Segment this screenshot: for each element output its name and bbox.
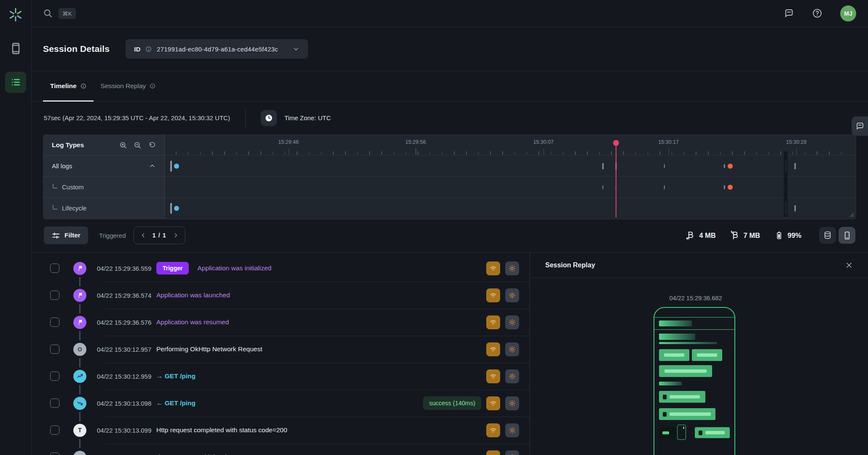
log-row[interactable]: T04/22 15:30:13.099Http request complete… [31,417,530,444]
log-row-checkbox[interactable] [50,291,59,300]
replay-title: Session Replay [545,261,595,269]
network-details-button[interactable] [486,369,500,383]
log-row[interactable]: 04/22 15:30:12.957Performing OkHttp Netw… [31,336,530,363]
network-details-button[interactable] [486,288,500,302]
replay-header: Session Replay [530,253,868,278]
log-connector-line [79,304,80,313]
log-row-checkbox[interactable] [50,345,59,354]
network-details-button[interactable] [486,396,500,410]
timeline-marker-tick-md [794,163,796,169]
replay-wire-field [659,391,705,403]
log-row-checkbox[interactable] [50,264,59,273]
log-row[interactable]: 04/22 15:30:12.959→ GET /ping [31,363,530,390]
reset-zoom-icon[interactable] [148,141,156,149]
sidebar-item-session-logs[interactable] [5,72,26,93]
log-row-checkbox[interactable] [50,398,59,408]
axis-minor-tick [635,151,636,155]
axis-minor-tick [769,151,769,155]
support-chat-tab[interactable] [852,116,868,136]
chevron-left-icon[interactable] [140,232,147,239]
log-type-row-custom[interactable]: Custom [43,176,164,197]
log-row-checkbox[interactable] [50,425,59,435]
axis-minor-tick [538,151,539,155]
network-details-button[interactable] [486,261,500,275]
tab-timeline[interactable]: Timeline [43,71,94,101]
log-message: Application was resumed [156,318,229,326]
log-properties-button[interactable] [505,369,519,383]
wifi-icon [489,399,497,407]
network-details-button[interactable] [486,315,500,329]
brand-logo-icon[interactable] [8,7,24,23]
log-type-row-lifecycle[interactable]: Lifecycle [43,197,164,218]
resize-handle-icon[interactable] [849,212,854,217]
axis-tick-label: 15:30:17 [658,139,679,145]
axis-minor-tick [696,151,697,155]
log-row-checkbox[interactable] [50,372,59,381]
chevron-up-icon[interactable] [149,162,156,170]
log-types-column: Log Types [43,135,165,219]
replay-wire-field [695,427,730,438]
network-details-button[interactable] [486,450,500,455]
log-row-actions [486,450,530,455]
chevron-right-icon[interactable] [172,232,179,239]
timeline-playhead[interactable] [616,140,616,218]
log-properties-button[interactable] [505,396,519,410]
close-icon[interactable] [845,261,853,269]
timezone-button[interactable] [261,110,277,126]
timeline-chart[interactable]: 15:29:4615:29:5615:30:0715:30:1715:30:28 [165,135,856,219]
timeline-marker-tick-md [794,205,796,211]
log-properties-button[interactable] [505,342,519,356]
log-row-actions [486,288,530,302]
timeline-track-lifecycle[interactable] [165,197,856,218]
axis-minor-tick [744,151,745,155]
log-row-actions [486,369,530,383]
replay-view-toggle[interactable] [839,227,855,244]
log-row-checkbox[interactable] [50,452,59,455]
axis-minor-tick [817,151,817,155]
data-view-toggle[interactable] [819,227,836,244]
avatar[interactable]: MJ [840,5,856,22]
timeline-panel: Log Types [43,135,856,219]
log-row[interactable]: 04/22 15:29:36.576Application was resume… [31,309,530,336]
flag-icon [73,262,86,275]
log-type-row-all-logs[interactable]: All logs [43,155,164,176]
log-properties-button[interactable] [505,261,519,275]
axis-minor-tick [466,151,467,155]
timeline-track-all-logs[interactable] [165,155,856,176]
feedback-icon[interactable] [784,8,794,19]
log-row[interactable]: 04/22 15:30:13.098← GET /pingsuccess (14… [31,390,530,417]
session-replay-panel: Session Replay 04/22 15:29:36.682 [530,253,868,455]
filter-button[interactable]: Filter [44,226,88,244]
search-icon[interactable] [43,8,53,18]
network-details-button[interactable] [486,342,500,356]
sidebar-item-devices[interactable] [10,42,21,55]
network-details-button[interactable] [486,423,500,437]
timeline-track-custom[interactable] [165,176,856,197]
replay-statusbar [654,308,734,318]
help-icon[interactable] [812,8,822,19]
session-id-selector[interactable]: ID 271991ad-ec80-4d79-a61a-ced44e5f423c [126,39,308,59]
circle-outline-icon [73,343,86,356]
log-row[interactable]: 04/22 15:29:36.574Application was launch… [31,282,530,309]
zoom-out-icon[interactable] [134,141,142,149]
log-properties-button[interactable] [505,315,519,329]
log-properties-button[interactable] [505,288,519,302]
search-shortcut[interactable]: ⌘K [59,8,76,19]
log-row-checkbox[interactable] [50,318,59,327]
zoom-in-icon[interactable] [119,141,127,149]
timeline-marker-tick-sm [664,185,665,189]
tree-branch-icon [53,205,57,210]
log-types-title: Log Types [52,141,84,149]
axis-minor-tick [224,151,225,155]
log-properties-button[interactable] [505,450,519,455]
axis-major-tick [544,148,544,155]
log-row[interactable]: 04/22 15:30:17.034"log message" with lev… [31,444,530,455]
tab-session-replay[interactable]: Session Replay [94,71,163,101]
duration-row: 57sec (Apr 22, 2024, 15:29:35 UTC - Apr … [31,101,868,135]
wifi-icon [489,426,497,434]
sun-icon [508,372,516,380]
log-properties-button[interactable] [505,423,519,437]
tab-bar: Timeline Session Replay [31,71,868,102]
wifi-icon [489,264,497,272]
log-row[interactable]: 04/22 15:29:36.559TriggerApplication was… [31,255,530,282]
